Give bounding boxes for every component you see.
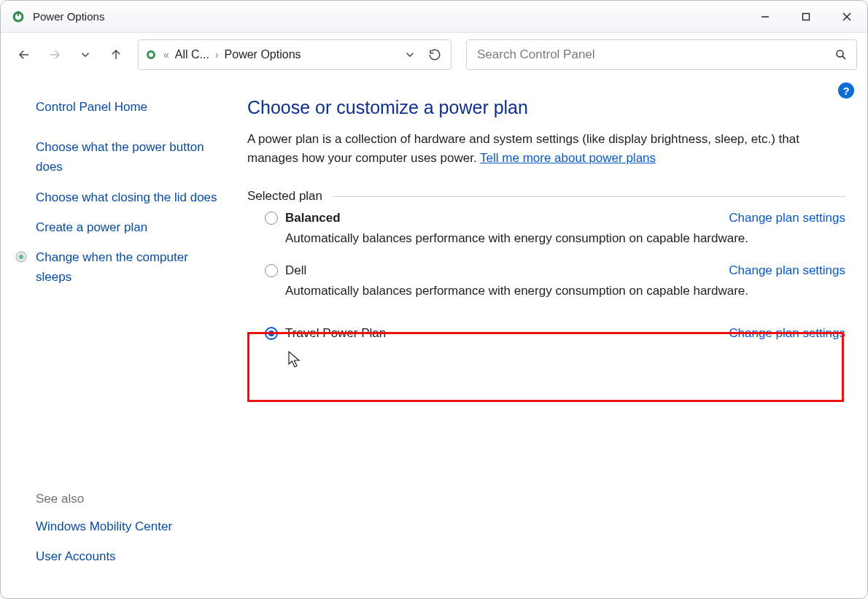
window-title: Power Options xyxy=(33,10,104,23)
page-description: A power plan is a collection of hardware… xyxy=(247,130,845,167)
plan-dell: Dell Change plan settings Automatically … xyxy=(265,263,845,298)
selected-plan-label: Selected plan xyxy=(247,189,322,204)
plan-name: Dell xyxy=(285,263,306,278)
main-content: Choose or customize a power plan A power… xyxy=(234,77,867,598)
breadcrumb-item[interactable]: All C... xyxy=(175,48,209,61)
window: Power Options xyxy=(0,0,868,599)
maximize-button[interactable] xyxy=(786,1,826,33)
see-also-mobility-center[interactable]: Windows Mobility Center xyxy=(36,517,220,536)
svg-point-12 xyxy=(837,50,843,57)
search-box[interactable] xyxy=(466,39,857,70)
change-plan-settings-link[interactable]: Change plan settings xyxy=(729,263,845,278)
titlebar: Power Options xyxy=(1,1,867,33)
plan-description: Automatically balances performance with … xyxy=(285,284,845,298)
svg-line-13 xyxy=(842,56,845,59)
see-also-user-accounts[interactable]: User Accounts xyxy=(36,546,220,566)
plan-radio-travel[interactable] xyxy=(265,327,278,340)
window-controls xyxy=(745,1,867,33)
plan-radio-dell[interactable] xyxy=(265,264,278,277)
plan-description: Automatically balances performance with … xyxy=(285,231,845,246)
breadcrumb-separator: « xyxy=(162,49,171,61)
change-plan-settings-link[interactable]: Change plan settings xyxy=(729,211,845,225)
plan-travel: Travel Power Plan Change plan settings xyxy=(265,316,845,376)
control-panel-home-link[interactable]: Control Panel Home xyxy=(36,97,220,117)
cursor-icon xyxy=(288,351,301,368)
recent-locations-button[interactable] xyxy=(72,42,98,68)
sidebar-link-create-plan[interactable]: Create a power plan xyxy=(36,217,220,237)
sidebar: Control Panel Home Choose what the power… xyxy=(1,77,234,598)
learn-more-link[interactable]: Tell me more about power plans xyxy=(480,151,656,165)
chevron-down-icon[interactable] xyxy=(400,45,420,65)
page-heading: Choose or customize a power plan xyxy=(247,97,845,118)
toolbar: « All C... › Power Options xyxy=(1,33,867,77)
address-bar[interactable]: « All C... › Power Options xyxy=(138,39,452,70)
plan-radio-balanced[interactable] xyxy=(265,212,278,225)
selected-plan-group: Selected plan xyxy=(247,189,845,204)
forward-button[interactable] xyxy=(42,42,68,68)
search-input[interactable] xyxy=(476,47,834,63)
breadcrumb-item[interactable]: Power Options xyxy=(225,48,301,61)
back-button[interactable] xyxy=(11,42,37,68)
divider xyxy=(333,196,845,197)
search-icon[interactable] xyxy=(834,48,848,61)
sidebar-link-closing-lid[interactable]: Choose what closing the lid does xyxy=(36,188,220,207)
minimize-button[interactable] xyxy=(745,1,786,33)
see-also-label: See also xyxy=(36,492,220,506)
plan-name: Balanced xyxy=(285,211,341,225)
svg-point-11 xyxy=(149,53,153,57)
close-button[interactable] xyxy=(826,1,867,33)
chevron-right-icon[interactable]: › xyxy=(214,49,220,61)
up-button[interactable] xyxy=(103,42,129,68)
power-options-icon xyxy=(144,48,158,61)
svg-rect-4 xyxy=(803,13,810,20)
sidebar-link-power-button[interactable]: Choose what the power button does xyxy=(36,137,220,177)
svg-rect-2 xyxy=(18,11,19,16)
change-plan-settings-link[interactable]: Change plan settings xyxy=(729,326,845,341)
plan-name: Travel Power Plan xyxy=(285,326,386,341)
svg-point-15 xyxy=(19,255,23,259)
body: Control Panel Home Choose what the power… xyxy=(1,77,867,598)
refresh-button[interactable] xyxy=(425,45,445,65)
current-page-indicator-icon xyxy=(15,251,27,263)
sidebar-link-change-sleep[interactable]: Change when the computer sleeps xyxy=(36,247,220,287)
plan-balanced: Balanced Change plan settings Automatica… xyxy=(265,211,845,246)
power-options-icon xyxy=(11,9,26,24)
